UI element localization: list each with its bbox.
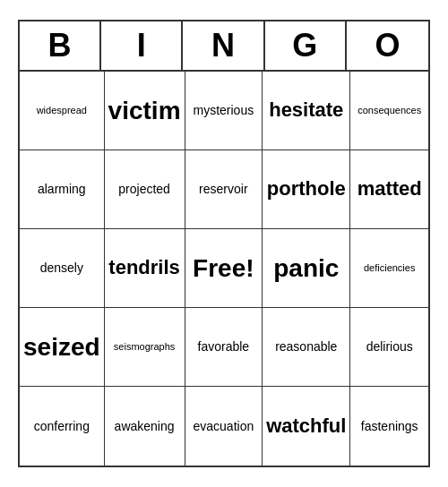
bingo-cell-11[interactable]: tendrils xyxy=(105,229,185,308)
bingo-cell-16[interactable]: seismographs xyxy=(105,308,185,387)
bingo-cell-9[interactable]: matted xyxy=(350,150,428,229)
bingo-cell-7[interactable]: reservoir xyxy=(185,150,263,229)
bingo-cell-20[interactable]: conferring xyxy=(20,387,105,466)
bingo-cell-22[interactable]: evacuation xyxy=(185,387,263,466)
cell-text-14: deficiencies xyxy=(364,262,415,274)
cell-text-0: widespread xyxy=(37,105,87,116)
bingo-cell-23[interactable]: watchful xyxy=(263,387,350,466)
cell-text-7: reservoir xyxy=(199,182,247,197)
cell-text-13: panic xyxy=(273,253,339,284)
cell-text-24: fastenings xyxy=(361,419,418,434)
header-letter-b: B xyxy=(20,21,101,70)
cell-text-8: porthole xyxy=(267,177,346,201)
bingo-cell-2[interactable]: mysterious xyxy=(185,72,263,150)
cell-text-2: mysterious xyxy=(194,103,254,118)
bingo-cell-13[interactable]: panic xyxy=(263,229,350,308)
bingo-card: BINGO widespreadvictimmysterioushesitate… xyxy=(18,20,430,467)
bingo-cell-19[interactable]: delirious xyxy=(350,308,428,387)
bingo-cell-14[interactable]: deficiencies xyxy=(350,229,428,308)
bingo-cell-1[interactable]: victim xyxy=(105,72,185,150)
cell-text-9: matted xyxy=(358,177,422,201)
bingo-cell-10[interactable]: densely xyxy=(20,229,105,308)
bingo-cell-6[interactable]: projected xyxy=(105,150,185,229)
cell-text-19: delirious xyxy=(366,339,413,355)
cell-text-15: seized xyxy=(23,332,100,363)
bingo-cell-15[interactable]: seized xyxy=(20,308,105,387)
bingo-grid: widespreadvictimmysterioushesitateconseq… xyxy=(20,72,428,466)
cell-text-23: watchful xyxy=(266,414,346,438)
cell-text-5: alarming xyxy=(38,182,86,197)
cell-text-18: reasonable xyxy=(275,339,337,355)
cell-text-11: tendrils xyxy=(108,256,179,279)
cell-text-12: Free! xyxy=(193,253,254,284)
header-letter-o: O xyxy=(347,21,428,70)
bingo-cell-21[interactable]: awakening xyxy=(105,387,185,466)
bingo-cell-0[interactable]: widespread xyxy=(20,72,105,150)
cell-text-4: consequences xyxy=(358,105,421,116)
bingo-cell-4[interactable]: consequences xyxy=(350,72,428,150)
cell-text-20: conferring xyxy=(34,419,90,434)
cell-text-1: victim xyxy=(108,96,181,126)
bingo-cell-24[interactable]: fastenings xyxy=(350,387,428,466)
header-letter-n: N xyxy=(183,21,264,70)
bingo-cell-5[interactable]: alarming xyxy=(20,150,105,229)
cell-text-6: projected xyxy=(118,182,170,197)
bingo-cell-12[interactable]: Free! xyxy=(185,229,263,308)
cell-text-22: evacuation xyxy=(193,419,254,434)
cell-text-17: favorable xyxy=(198,339,250,355)
cell-text-3: hesitate xyxy=(269,98,343,122)
bingo-cell-8[interactable]: porthole xyxy=(263,150,350,229)
bingo-cell-18[interactable]: reasonable xyxy=(263,308,350,387)
bingo-cell-3[interactable]: hesitate xyxy=(263,72,350,150)
bingo-cell-17[interactable]: favorable xyxy=(185,308,263,387)
header-letter-i: I xyxy=(101,21,183,70)
cell-text-16: seismographs xyxy=(114,341,175,353)
cell-text-10: densely xyxy=(40,261,83,276)
header-letter-g: G xyxy=(265,21,347,70)
cell-text-21: awakening xyxy=(115,419,175,434)
bingo-header: BINGO xyxy=(20,21,428,72)
